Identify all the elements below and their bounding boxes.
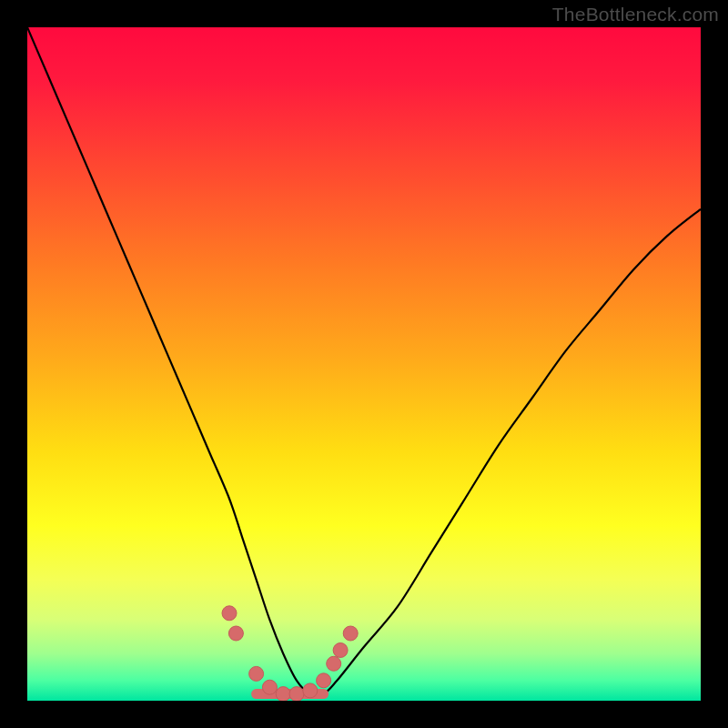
bottleneck-curve bbox=[27, 27, 701, 695]
marker-dot bbox=[249, 666, 264, 681]
plot-area bbox=[27, 27, 701, 701]
marker-dot bbox=[276, 687, 290, 701]
marker-dot bbox=[303, 683, 318, 698]
marker-dot bbox=[327, 656, 341, 671]
curve-layer bbox=[27, 27, 701, 701]
marker-dot bbox=[228, 626, 243, 641]
marker-dot bbox=[333, 643, 348, 658]
watermark-text: TheBottleneck.com bbox=[552, 4, 719, 25]
marker-dot bbox=[262, 680, 277, 694]
chart-stage: TheBottleneck.com bbox=[0, 0, 728, 728]
marker-dot bbox=[289, 687, 304, 701]
curve-markers bbox=[222, 606, 358, 701]
marker-dot bbox=[317, 673, 331, 688]
marker-dot bbox=[343, 626, 358, 641]
marker-dot bbox=[222, 606, 237, 621]
